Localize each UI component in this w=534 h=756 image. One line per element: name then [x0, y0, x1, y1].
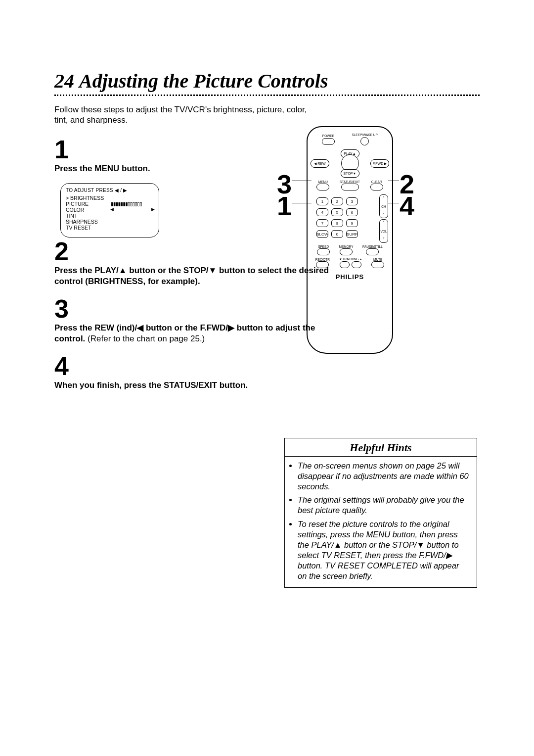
key-0[interactable]: 0 [331, 230, 343, 238]
osd-slider-arrows: ◀▶ [110, 207, 155, 212]
brand-logo: PHILIPS [308, 273, 392, 281]
key-2[interactable]: 2 [331, 197, 343, 205]
menu-button[interactable] [316, 184, 329, 190]
osd-header: TO ADJUST PRESS ◀ / ▶ [66, 188, 154, 193]
intro-text: Follow these steps to adjust the TV/VCR'… [54, 104, 321, 126]
key-6[interactable]: 6 [346, 208, 358, 216]
key-9[interactable]: 9 [346, 219, 358, 227]
callout-1: 1 [277, 190, 292, 221]
pause-label: PAUSE/STILL [362, 245, 383, 248]
rew-button[interactable]: ◀ REW [311, 159, 329, 168]
sleep-button[interactable] [360, 137, 369, 145]
key-8[interactable]: 8 [331, 219, 343, 227]
status-label: STATUS/EXIT [340, 180, 360, 184]
step-3-tail: (Refer to the chart on page 25.) [88, 334, 205, 343]
speed-label: SPEED [318, 245, 329, 248]
step-1-text: Press the MENU button. [54, 164, 150, 173]
key-5[interactable]: 5 [331, 208, 343, 216]
tracking-label: ▾ TRACKING ▴ [340, 257, 362, 261]
remote-illustration: 3 1 2 4 POWER SLEEP/WAKE UP PLAY▲ [277, 126, 485, 359]
menu-label: MENU [318, 180, 328, 184]
memory-button[interactable] [340, 248, 353, 255]
sleep-label: SLEEP/WAKE UP [352, 133, 378, 137]
rec-label: REC/OTR [315, 258, 330, 261]
pause-button[interactable] [366, 248, 379, 255]
volume-rocker[interactable]: ˄VOL˅ [379, 219, 388, 243]
hint-2: The original settings will probably give… [298, 495, 470, 516]
clear-label: CLEAR [371, 180, 382, 184]
surf-button[interactable]: SURF [346, 230, 358, 238]
mute-label: MUTE [373, 258, 382, 261]
osd-slider-icon: ▮▮▮▮▮▮▮▯▯▯▯▯▯ [110, 200, 141, 207]
tracking-up-button[interactable] [352, 261, 361, 268]
channel-rocker[interactable]: ˄CH˅ [379, 194, 388, 218]
memory-label: MEMORY [339, 245, 354, 248]
key-1[interactable]: 1 [316, 197, 328, 205]
osd-item-tvreset: TV RESET [66, 225, 154, 231]
helpful-hints-title: Helpful Hints [285, 438, 477, 457]
mute-button[interactable] [371, 261, 384, 268]
key-3[interactable]: 3 [346, 197, 358, 205]
power-button[interactable] [322, 138, 335, 145]
stop-button[interactable]: STOP▼ [341, 169, 359, 178]
dotted-rule [54, 94, 480, 96]
key-7[interactable]: 7 [316, 219, 328, 227]
osd-item-sharpness: SHARPNESS [66, 219, 154, 225]
hint-1: The on-screen menus shown on page 25 wil… [298, 461, 470, 492]
clear-button[interactable] [370, 184, 383, 190]
status-button[interactable] [341, 184, 359, 190]
tracking-down-button[interactable] [340, 261, 350, 268]
rec-button[interactable] [316, 261, 329, 268]
ffwd-button[interactable]: F.FWD ▶ [370, 159, 389, 168]
tv-osd-illustration: TO ADJUST PRESS ◀ / ▶ BRIGHTNESS PICTURE… [60, 183, 159, 237]
speed-button[interactable] [317, 248, 330, 255]
slow-button[interactable]: SLOW [316, 230, 328, 238]
callout-4: 4 [400, 190, 414, 221]
key-4[interactable]: 4 [316, 208, 328, 216]
page-title: Adjusting the Picture Controls [79, 69, 328, 93]
power-label: POWER [322, 134, 335, 138]
step-4-text: When you finish, press the STATUS/EXIT b… [54, 380, 248, 390]
page-number: 24 [54, 69, 74, 93]
helpful-hints-box: Helpful Hints The on-screen menus shown … [284, 438, 477, 588]
osd-item-tint: TINT [66, 213, 154, 219]
hint-3: To reset the picture controls to the ori… [298, 519, 470, 582]
